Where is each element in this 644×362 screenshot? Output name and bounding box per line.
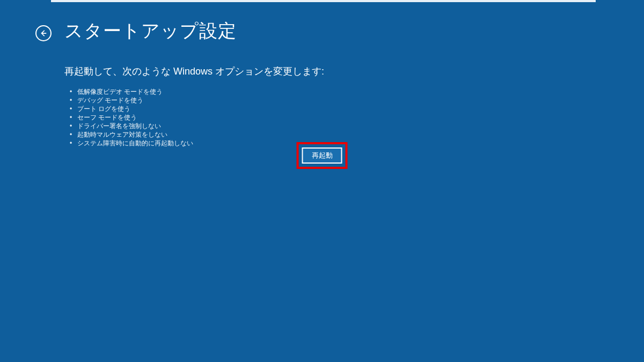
highlight-box: 再起動 <box>297 142 348 169</box>
page-title: スタートアップ設定 <box>64 19 237 43</box>
list-item: システム障害時に自動的に再起動しない <box>70 139 644 147</box>
list-item: 起動時マルウェア対策をしない <box>70 130 644 139</box>
list-item: ドライバー署名を強制しない <box>70 122 644 130</box>
top-divider <box>51 0 596 2</box>
list-item: 低解像度ビデオ モードを使う <box>70 87 644 96</box>
back-button[interactable] <box>35 25 52 41</box>
button-container: 再起動 <box>297 142 348 169</box>
header: スタートアップ設定 <box>0 0 644 43</box>
list-item: デバッグ モードを使う <box>70 96 644 105</box>
subtitle: 再起動して、次のような Windows オプションを変更します: <box>64 65 644 78</box>
restart-button[interactable]: 再起動 <box>302 147 342 164</box>
list-item: ブート ログを使う <box>70 105 644 113</box>
back-arrow-icon <box>40 29 47 37</box>
options-list: 低解像度ビデオ モードを使う デバッグ モードを使う ブート ログを使う セーフ… <box>64 87 644 147</box>
content-area: 再起動して、次のような Windows オプションを変更します: 低解像度ビデオ… <box>0 43 644 147</box>
list-item: セーフ モードを使う <box>70 113 644 122</box>
